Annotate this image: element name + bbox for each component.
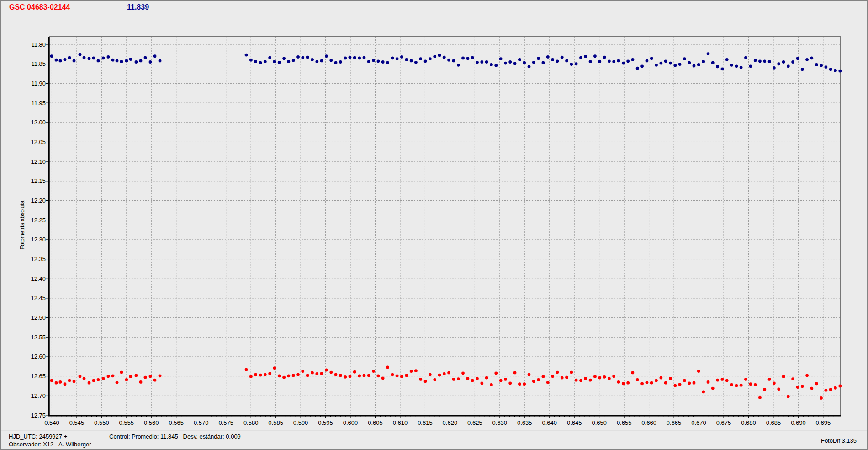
- data-point-control-blue: [50, 54, 53, 58]
- data-point-control-blue: [358, 57, 361, 60]
- y-tick-label: 12.00: [31, 119, 46, 126]
- data-point-target-red: [570, 371, 573, 374]
- data-point-target-red: [443, 372, 446, 375]
- x-tick-label: 0.600: [343, 419, 358, 426]
- data-point-control-blue: [83, 56, 86, 59]
- data-point-target-red: [617, 380, 620, 384]
- x-tick-label: 0.605: [368, 419, 383, 426]
- data-point-control-blue: [622, 62, 625, 65]
- data-point-control-blue: [344, 57, 347, 60]
- y-tick-label: 12.40: [31, 275, 46, 282]
- data-point-control-blue: [546, 55, 550, 59]
- data-point-target-red: [135, 374, 138, 377]
- x-tick-label: 0.630: [492, 419, 508, 426]
- data-point-target-red: [650, 381, 653, 385]
- data-point-target-red: [523, 382, 526, 386]
- data-point-target-red: [829, 388, 832, 391]
- data-point-target-red: [612, 375, 615, 378]
- data-point-control-blue: [688, 61, 691, 64]
- y-tick-label: 12.15: [31, 177, 46, 184]
- data-point-control-blue: [149, 60, 152, 64]
- data-point-control-blue: [139, 59, 143, 63]
- data-point-target-red: [59, 380, 62, 384]
- data-point-target-red: [773, 382, 776, 385]
- data-point-control-blue: [730, 64, 733, 67]
- data-point-target-red: [79, 375, 82, 378]
- data-point-target-red: [50, 379, 53, 382]
- data-point-control-blue: [372, 59, 375, 62]
- data-point-control-blue: [111, 59, 115, 62]
- data-point-target-red: [603, 375, 606, 379]
- data-point-control-blue: [433, 55, 436, 58]
- data-point-control-blue: [452, 59, 455, 63]
- data-point-control-blue: [102, 57, 105, 60]
- observer-label: Observador: X12 - A. Wilberger: [9, 441, 91, 448]
- x-tick-label: 0.685: [766, 419, 781, 426]
- data-point-control-blue: [631, 58, 634, 61]
- data-point-control-blue: [697, 63, 700, 66]
- data-point-target-red: [636, 378, 639, 381]
- data-point-target-red: [149, 375, 152, 378]
- data-point-target-red: [461, 371, 465, 375]
- data-point-target-red: [311, 371, 314, 375]
- data-point-control-blue: [129, 58, 132, 61]
- data-point-target-red: [551, 375, 554, 378]
- data-point-target-red: [631, 371, 634, 375]
- data-point-target-red: [546, 381, 550, 384]
- data-point-target-red: [457, 377, 460, 380]
- data-point-target-red: [438, 374, 441, 377]
- data-point-control-blue: [612, 60, 615, 63]
- data-point-target-red: [758, 396, 762, 399]
- data-point-control-blue: [810, 57, 814, 60]
- x-tick-label: 0.650: [592, 419, 607, 426]
- data-point-target-red: [716, 379, 719, 382]
- data-point-control-blue: [556, 59, 559, 63]
- data-point-target-red: [669, 377, 672, 380]
- data-point-control-blue: [499, 57, 503, 60]
- data-point-control-blue: [805, 58, 809, 61]
- data-point-target-red: [107, 375, 110, 378]
- plot-border: [49, 37, 841, 415]
- data-point-target-red: [528, 373, 531, 376]
- data-point-control-blue: [678, 63, 682, 66]
- data-point-control-blue: [476, 61, 479, 64]
- data-point-target-red: [245, 368, 248, 371]
- x-tick-label: 0.690: [791, 419, 806, 426]
- data-point-target-red: [768, 378, 771, 381]
- y-tick-label: 12.50: [31, 314, 46, 321]
- data-point-control-blue: [471, 56, 474, 59]
- data-point-control-blue: [480, 60, 483, 64]
- data-point-target-red: [740, 384, 743, 387]
- data-point-control-blue: [68, 56, 71, 59]
- data-point-target-red: [697, 370, 700, 373]
- data-point-target-red: [575, 379, 578, 382]
- data-point-target-red: [278, 374, 281, 377]
- data-point-control-blue: [664, 59, 667, 63]
- data-point-control-blue: [702, 60, 705, 63]
- data-point-target-red: [664, 381, 667, 385]
- data-point-target-red: [683, 379, 686, 382]
- data-point-target-red: [73, 380, 76, 383]
- data-point-control-blue: [278, 61, 281, 64]
- data-point-target-red: [763, 388, 766, 391]
- data-point-control-blue: [603, 56, 606, 59]
- data-point-target-red: [659, 376, 662, 380]
- data-point-control-blue: [744, 56, 747, 59]
- data-point-target-red: [782, 375, 785, 378]
- data-point-control-blue: [334, 61, 338, 64]
- data-point-control-blue: [254, 60, 257, 63]
- data-point-control-blue: [725, 58, 729, 61]
- data-point-target-red: [405, 374, 408, 377]
- data-point-target-red: [476, 377, 479, 380]
- data-point-control-blue: [646, 59, 649, 63]
- data-point-control-blue: [125, 59, 128, 63]
- data-point-target-red: [282, 376, 286, 379]
- data-point-control-blue: [773, 66, 776, 70]
- data-point-target-red: [254, 373, 257, 376]
- data-point-target-red: [273, 366, 276, 370]
- data-point-target-red: [777, 387, 780, 391]
- data-point-target-red: [820, 396, 823, 400]
- data-point-control-blue: [159, 59, 162, 63]
- data-point-target-red: [735, 384, 738, 387]
- data-point-control-blue: [659, 62, 662, 65]
